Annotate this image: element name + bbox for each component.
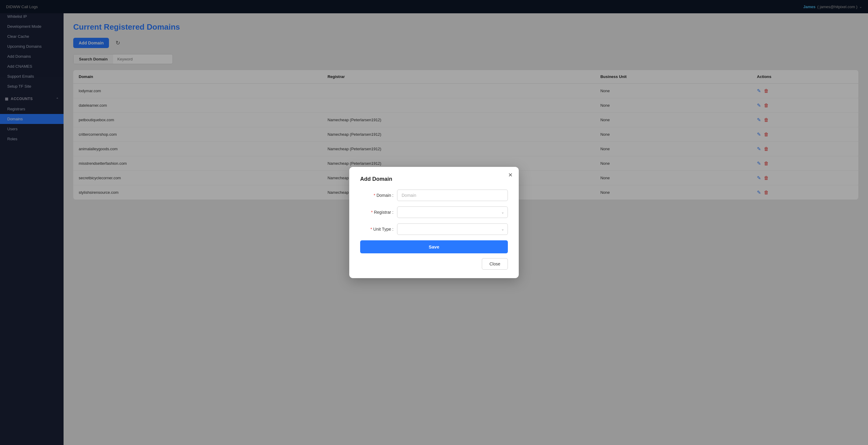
required-star-unit: * <box>370 227 372 232</box>
registrar-select[interactable] <box>397 206 508 218</box>
close-modal-button[interactable]: Close <box>482 258 508 270</box>
domain-input[interactable] <box>397 190 508 201</box>
add-domain-modal: Add Domain ✕ *Domain : *Registrar : ⌄ *U… <box>349 167 519 278</box>
registrar-select-wrapper: ⌄ <box>397 206 508 218</box>
modal-title: Add Domain <box>360 176 508 182</box>
required-star-registrar: * <box>371 210 373 215</box>
registrar-field-row: *Registrar : ⌄ <box>360 206 508 218</box>
modal-close-button[interactable]: ✕ <box>508 172 513 178</box>
required-star: * <box>374 193 375 198</box>
unit-type-select[interactable] <box>397 224 508 235</box>
registrar-label: *Registrar : <box>360 210 394 215</box>
unit-type-field-row: *Unit Type : ⌄ <box>360 224 508 235</box>
unit-type-label: *Unit Type : <box>360 227 394 232</box>
save-button[interactable]: Save <box>360 240 508 253</box>
unit-type-select-wrapper: ⌄ <box>397 224 508 235</box>
domain-label: *Domain : <box>360 193 394 198</box>
modal-overlay[interactable]: Add Domain ✕ *Domain : *Registrar : ⌄ *U… <box>0 0 868 445</box>
domain-field-row: *Domain : <box>360 190 508 201</box>
